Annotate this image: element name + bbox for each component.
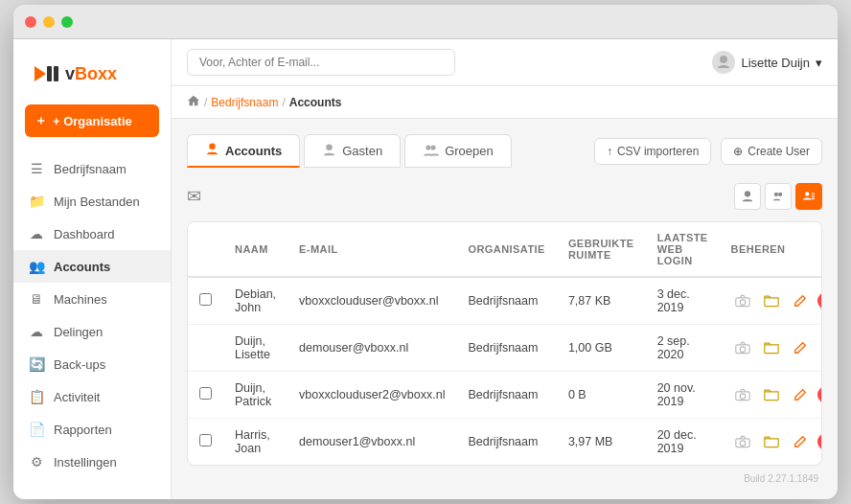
sidebar-item-accounts[interactable]: 👥 Accounts [13,250,171,283]
folder-button[interactable] [760,430,783,453]
delete-button[interactable]: ✕ [817,292,822,309]
cell-login: 20 dec. 2019 [646,419,720,466]
tab-groepen[interactable]: Groepen [404,134,512,168]
camera-button[interactable] [731,430,754,453]
sidebar-item-machines[interactable]: 🖥 Machines [13,283,171,315]
cell-ruimte: 0 B [557,372,646,419]
sidebar-item-bedrijfsnaam[interactable]: ☰ Bedrijfsnaam [13,152,171,185]
share-icon: ☁ [29,324,44,339]
col-naam: NAAM [223,222,288,277]
org-plus-icon: ＋ [34,112,47,129]
close-button[interactable] [25,16,36,28]
view-list-icon[interactable] [795,183,822,210]
cell-login: 20 nov. 2019 [646,372,720,419]
backup-icon: 🔄 [29,356,44,372]
app-body: vBoxx ＋ + Organisatie ☰ Bedrijfsnaam 📁 M… [13,39,838,499]
svg-point-5 [326,144,333,150]
tab-gasten[interactable]: Gasten [304,134,401,168]
svg-rect-1 [47,66,52,81]
tabs: Accounts Gasten Groepen [187,134,516,168]
breadcrumb-current: Accounts [289,96,342,109]
sidebar-item-backups[interactable]: 🔄 Back-ups [13,348,171,380]
svg-point-8 [745,191,750,196]
cell-email: demouser@vboxx.nl [288,325,456,372]
sidebar-item-label: Instellingen [54,455,117,470]
sidebar-item-mijn-bestanden[interactable]: 📁 Mijn Bestanden [13,185,171,218]
col-email: E-MAIL [288,222,456,277]
sidebar-item-delingen[interactable]: ☁ Delingen [13,315,171,348]
table-row: Harris, Joandemouser1@vboxx.nlBedrijfsna… [188,419,822,466]
org-button-label: + Organisatie [53,114,132,128]
folder-button[interactable] [760,336,783,359]
edit-button[interactable] [789,383,812,406]
sidebar-item-label: Activiteit [54,390,100,404]
search-input[interactable] [187,49,455,76]
accounts-table: NAAM E-MAIL ORGANISATIE GEBRUIKTE RUIMTE… [187,221,822,466]
envelope-filter-icon[interactable]: ✉ [187,186,201,207]
camera-button[interactable] [731,336,754,359]
cell-email: vboxxclouduser2@vboxx.nl [288,372,456,419]
tab-gasten-label: Gasten [342,144,382,158]
cell-org: Bedrijfsnaam [456,419,556,466]
cell-ruimte: 3,97 MB [557,419,646,466]
sidebar-item-label: Accounts [54,260,110,274]
row-checkbox[interactable] [199,293,212,306]
cell-org: Bedrijfsnaam [456,277,556,325]
table-row: Debian, Johnvboxxclouduser@vboxx.nlBedri… [188,277,822,325]
view-person-icon[interactable] [734,183,761,210]
folder-icon: 📁 [29,194,44,209]
avatar [712,51,735,74]
user-name: Lisette Duijn [741,56,810,70]
cell-beheren [720,325,822,372]
create-user-label: Create User [748,145,810,158]
sidebar-item-activiteit[interactable]: 📋 Activiteit [13,380,171,413]
home-icon[interactable] [187,94,200,110]
edit-button[interactable] [789,430,812,453]
cell-naam: Duijn, Lisette [223,325,288,372]
col-beheren: BEHEREN [720,222,822,277]
sidebar: vBoxx ＋ + Organisatie ☰ Bedrijfsnaam 📁 M… [13,39,172,499]
maximize-button[interactable] [61,16,73,28]
csv-import-button[interactable]: ↑ CSV importeren [594,138,711,165]
camera-button[interactable] [731,383,754,406]
row-checkbox[interactable] [199,434,212,447]
sidebar-item-instellingen[interactable]: ⚙ Instellingen [13,446,171,478]
svg-marker-0 [34,66,46,81]
cell-naam: Duijn, Patrick [223,372,288,419]
folder-button[interactable] [760,383,783,406]
tab-accounts[interactable]: Accounts [187,134,300,168]
col-ruimte: GEBRUIKTE RUIMTE [557,222,646,277]
sidebar-item-label: Rapporten [54,423,112,437]
delete-button[interactable]: ✕ [817,386,822,403]
table-header-row: NAAM E-MAIL ORGANISATIE GEBRUIKTE RUIMTE… [188,222,822,277]
breadcrumb-company[interactable]: Bedrijfsnaam [211,96,278,109]
reports-icon: 📄 [29,422,44,437]
user-menu[interactable]: Lisette Duijn ▾ [712,51,822,74]
view-persons-icon[interactable] [765,183,792,210]
edit-button[interactable] [789,289,812,312]
sidebar-item-rapporten[interactable]: 📄 Rapporten [13,413,171,446]
settings-icon: ⚙ [29,454,44,470]
cell-org: Bedrijfsnaam [456,372,556,419]
svg-rect-12 [812,194,816,195]
activity-icon: 📋 [29,389,44,404]
minimize-button[interactable] [43,16,55,28]
row-checkbox[interactable] [199,387,212,400]
csv-import-label: CSV importeren [617,145,699,158]
svg-point-20 [740,394,746,400]
edit-button[interactable] [789,336,812,359]
content-area: Accounts Gasten Groepen [172,119,838,499]
create-user-button[interactable]: ⊕ Create User [721,138,822,165]
svg-point-11 [805,192,809,195]
org-button[interactable]: ＋ + Organisatie [25,104,159,137]
create-plus-icon: ⊕ [733,145,743,158]
cell-ruimte: 7,87 KB [557,277,646,325]
folder-button[interactable] [760,289,783,312]
col-login: LAATSTE WEB LOGIN [646,222,720,277]
build-info: Build 2.27.1.1849 [187,466,822,484]
main-window: vBoxx ＋ + Organisatie ☰ Bedrijfsnaam 📁 M… [13,5,838,499]
camera-button[interactable] [731,289,754,312]
delete-button[interactable]: ✕ [817,433,822,450]
sidebar-item-dashboard[interactable]: ☁ Dashboard [13,218,171,250]
sidebar-item-label: Bedrijfsnaam [54,162,126,176]
